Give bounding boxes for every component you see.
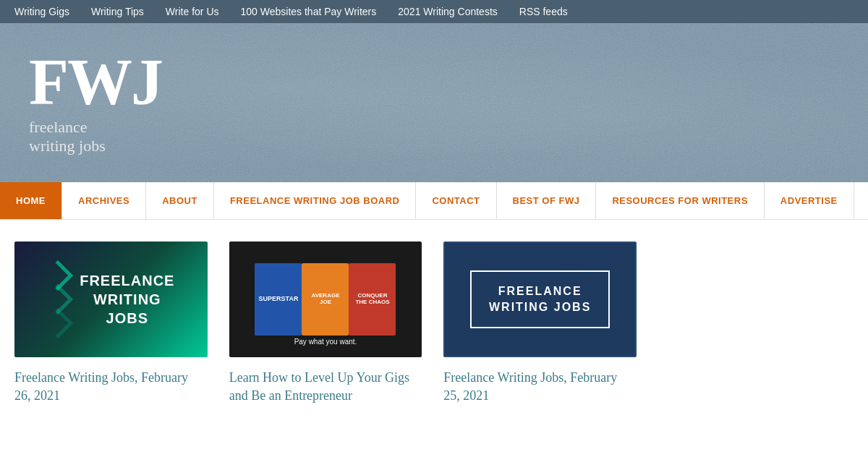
hero-banner: FWJ freelance writing jobs <box>0 23 868 182</box>
sec-nav-home[interactable]: HOME <box>0 182 62 219</box>
card2-title[interactable]: Learn How to Level Up Your Gigs and Be a… <box>229 369 422 405</box>
book-average-joe: AVERAGE JOE <box>302 263 349 336</box>
card1-title[interactable]: Freelance Writing Jobs, February 26, 202… <box>14 369 208 405</box>
top-nav-writing-tips[interactable]: Writing Tips <box>91 6 144 17</box>
card2-image: SUPERSTAR AVERAGE JOE CONQUER THE CHAOS … <box>229 242 422 357</box>
top-nav-writing-contests[interactable]: 2021 Writing Contests <box>398 6 497 17</box>
sec-nav-best-of-fwj[interactable]: BEST OF FWJ <box>497 182 597 219</box>
book-superstar: SUPERSTAR <box>255 263 302 336</box>
top-nav-rss-feeds[interactable]: RSS feeds <box>519 6 568 17</box>
card1-image-text: FREELANCE WRITING JOBS <box>80 271 174 328</box>
sec-nav-resources[interactable]: RESOURCES FOR WRITERS <box>596 182 764 219</box>
sec-nav-job-board[interactable]: FREELANCE WRITING JOB BOARD <box>214 182 417 219</box>
secondary-nav: HOME ARCHIVES ABOUT FREELANCE WRITING JO… <box>0 182 868 220</box>
article-card-2: SUPERSTAR AVERAGE JOE CONQUER THE CHAOS … <box>229 242 422 405</box>
top-nav-write-for-us[interactable]: Write for Us <box>166 6 219 17</box>
sec-nav-archives[interactable]: ARCHIVES <box>62 182 146 219</box>
top-nav-100-websites[interactable]: 100 Websites that Pay Writers <box>241 6 377 17</box>
top-nav-writing-gigs[interactable]: Writing Gigs <box>14 6 69 17</box>
card1-image: FREELANCE WRITING JOBS <box>14 242 208 357</box>
top-nav: Writing Gigs Writing Tips Write for Us 1… <box>0 0 868 23</box>
card2-image-wrapper: SUPERSTAR AVERAGE JOE CONQUER THE CHAOS … <box>235 247 417 351</box>
article-card-3: FREELANCE WRITING JOBS Freelance Writing… <box>443 242 637 405</box>
logo-letters: FWJ <box>29 50 162 115</box>
card3-image-text: FREELANCE WRITING JOBS <box>489 283 591 316</box>
card3-title[interactable]: Freelance Writing Jobs, February 25, 202… <box>443 369 637 405</box>
arrows-decoration <box>47 265 69 334</box>
articles-grid: FREELANCE WRITING JOBS Freelance Writing… <box>0 220 651 427</box>
sec-nav-about[interactable]: ABOUT <box>146 182 214 219</box>
card3-image: FREELANCE WRITING JOBS <box>443 242 637 357</box>
sec-nav-contact[interactable]: CONTACT <box>416 182 496 219</box>
pay-text: Pay what you want. <box>294 338 357 346</box>
sec-nav-advertise[interactable]: ADVERTISE <box>765 182 854 219</box>
logo-subtitle: freelance writing jobs <box>29 118 162 156</box>
chevron-3 <box>43 308 73 338</box>
book-conquer-chaos: CONQUER THE CHAOS <box>349 263 396 336</box>
article-card-1: FREELANCE WRITING JOBS Freelance Writing… <box>14 242 208 405</box>
card3-image-inner: FREELANCE WRITING JOBS <box>470 270 610 329</box>
content-area: FREELANCE WRITING JOBS Freelance Writing… <box>0 220 868 427</box>
logo-area: FWJ freelance writing jobs <box>29 50 162 156</box>
